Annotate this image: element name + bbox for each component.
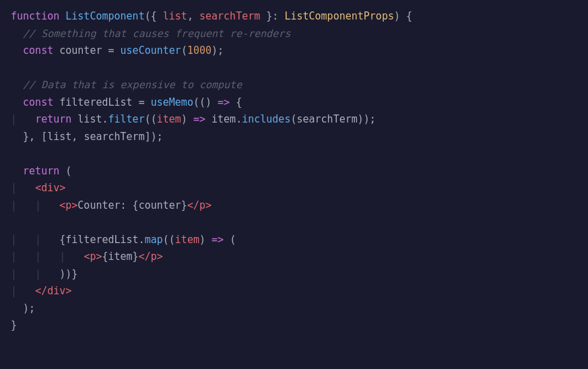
plain-token: ); xyxy=(211,44,224,57)
plain-token: searchTerm xyxy=(296,113,357,125)
jsx-tag-token: </p> xyxy=(139,250,163,263)
kw-token: return xyxy=(35,113,77,125)
plain-token: (( xyxy=(163,234,175,246)
op-token: . xyxy=(102,113,108,125)
pipe-token: | xyxy=(11,266,23,283)
pipe-token: | xyxy=(11,197,23,215)
plain-token: , xyxy=(187,10,199,22)
code-line: // Data that is expensive to compute xyxy=(11,77,577,94)
op-token: = xyxy=(139,96,151,108)
code-line: | </div> xyxy=(11,283,577,300)
plain-token: {item} xyxy=(102,250,138,263)
plain-token: (() xyxy=(193,96,218,108)
code-line: | | <p>Counter: {counter}</p> xyxy=(11,197,577,215)
plain-token: searchTerm xyxy=(84,131,144,143)
code-line xyxy=(11,214,577,232)
op-token: . xyxy=(139,234,145,246)
code-line: // Something that causes frequent re-ren… xyxy=(11,26,577,43)
plain-token: )); xyxy=(358,113,376,125)
plain-token xyxy=(23,285,35,297)
jsx-tag-token: <p> xyxy=(84,250,102,263)
kw-token: => xyxy=(218,96,236,108)
code-line: const filteredList = useMemo(() => { xyxy=(11,94,577,112)
kw-token: const xyxy=(23,96,59,108)
code-line: ); xyxy=(11,300,577,318)
plain-token: } xyxy=(260,10,272,22)
code-line xyxy=(11,60,577,77)
pipe-token: | xyxy=(11,283,23,300)
kw-token: => xyxy=(193,113,211,125)
kw-token: => xyxy=(211,234,230,246)
comment-token: // Something that causes frequent re-ren… xyxy=(23,28,290,40)
code-line: } xyxy=(11,317,577,335)
plain-token: ) xyxy=(199,234,211,246)
fn-token: ListComponent xyxy=(65,10,144,22)
method-token: includes xyxy=(242,113,290,125)
plain-token xyxy=(11,96,23,108)
code-line: | | {filteredList.map((item) => ( xyxy=(11,232,577,249)
plain-token: {filteredList xyxy=(59,234,138,246)
plain-token xyxy=(47,199,59,211)
jsx-tag-token: </div> xyxy=(35,285,71,297)
op-token: : xyxy=(272,10,284,22)
code-line: | | ))} xyxy=(11,266,577,283)
plain-token: ) { xyxy=(394,10,412,22)
jsx-tag-token: <div> xyxy=(35,182,65,194)
pipe-token: | xyxy=(23,232,47,249)
plain-token: ]); xyxy=(145,131,163,143)
param-token: list xyxy=(163,10,187,22)
plain-token: Counter: {counter} xyxy=(77,199,187,211)
pipe-token: | xyxy=(11,180,23,197)
code-content: function ListComponent({ list, searchTer… xyxy=(11,8,577,335)
plain-token xyxy=(47,268,59,280)
plain-token: counter xyxy=(59,44,108,57)
plain-token xyxy=(47,234,59,246)
jsx-tag-token: <p> xyxy=(59,199,77,211)
kw-token: function xyxy=(11,10,65,22)
code-line: | | | <p>{item}</p> xyxy=(11,248,577,266)
pipe-token: | xyxy=(11,111,23,129)
code-line: | return list.filter((item) => item.incl… xyxy=(11,111,577,129)
plain-token: )) xyxy=(59,268,71,280)
plain-token: ( xyxy=(230,234,236,246)
plain-token: ) xyxy=(181,113,193,125)
plain-token: ({ xyxy=(145,10,163,22)
param-token: searchTerm xyxy=(199,10,260,22)
plain-token: item xyxy=(211,113,236,125)
pipe-token: | xyxy=(11,248,23,266)
pipe-token: | xyxy=(23,266,47,283)
plain-token xyxy=(11,79,23,91)
code-line xyxy=(11,145,577,163)
comment-token: // Data that is expensive to compute xyxy=(23,79,242,91)
pipe-token: | xyxy=(23,197,47,215)
plain-token: filteredList xyxy=(59,96,138,108)
plain-token: (( xyxy=(145,113,157,125)
jsx-tag-token: </p> xyxy=(187,199,211,211)
plain-token xyxy=(11,44,23,57)
num-token: 1000 xyxy=(187,44,211,57)
plain-token xyxy=(11,165,23,177)
code-line: function ListComponent({ list, searchTer… xyxy=(11,8,577,26)
plain-token xyxy=(11,28,23,40)
plain-token xyxy=(11,302,23,314)
plain-token: list xyxy=(77,113,102,125)
kw-token: const xyxy=(23,44,59,57)
code-editor: function ListComponent({ list, searchTer… xyxy=(0,0,588,369)
plain-token: }, [ xyxy=(23,131,47,143)
method-token: filter xyxy=(108,113,145,125)
plain-token xyxy=(23,182,35,194)
op-token: = xyxy=(108,44,121,57)
method-token: map xyxy=(145,234,163,246)
param-token: item xyxy=(157,113,181,125)
plain-token: ); xyxy=(23,302,35,314)
pipe-token: | xyxy=(47,248,71,266)
code-line: | <div> xyxy=(11,180,577,197)
param-token: item xyxy=(175,234,199,246)
pipe-token: | xyxy=(23,248,47,266)
plain-token: } xyxy=(11,319,17,331)
plain-token: list xyxy=(47,131,71,143)
pipe-token: | xyxy=(11,232,23,249)
kw-token: return xyxy=(23,165,65,177)
plain-token: , xyxy=(71,131,84,143)
code-line: return ( xyxy=(11,163,577,180)
